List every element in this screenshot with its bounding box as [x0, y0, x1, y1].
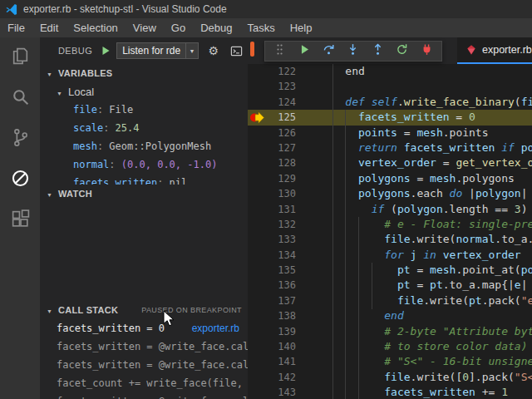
code-line[interactable]: 131 if (polygon.length == 3) [248, 202, 532, 217]
breakpoint-gutter[interactable] [248, 202, 266, 217]
variable-name: normal [73, 159, 109, 170]
code-line[interactable]: 132 # e - Float: single-precision, littl… [248, 217, 532, 232]
menu-item-debug[interactable]: Debug [193, 18, 239, 37]
watch-list [40, 203, 248, 301]
line-number: 142 [266, 370, 296, 385]
step-over-button[interactable] [318, 42, 340, 61]
frame-label: facets_written = @write_face.call(cur [57, 341, 248, 352]
activity-item-debug[interactable] [0, 160, 40, 200]
activity-item-extensions[interactable] [0, 200, 40, 241]
code-line[interactable]: 139 # 2-byte "Attribute byte count" fiel… [248, 324, 532, 339]
scope-local[interactable]: ▼ Local [40, 82, 248, 101]
breakpoint-gutter[interactable] [248, 140, 266, 155]
step-into-button[interactable] [342, 42, 364, 61]
variables-section-header[interactable]: ▼ VARIABLES [40, 64, 248, 82]
breakpoint-gutter[interactable] [248, 155, 266, 170]
code-line[interactable]: 123 [248, 79, 532, 94]
line-number: 137 [266, 293, 296, 308]
tab-exporter-rb[interactable]: exporter.rb [457, 37, 532, 64]
chevron-down-icon: ▼ [185, 43, 199, 58]
code-line[interactable]: 133 file.write(normal.to_a.pack("e3")) [248, 232, 532, 247]
breakpoint-gutter[interactable] [248, 324, 266, 339]
call-stack-frame[interactable]: facets_written = @write_face.call(cur [40, 337, 248, 356]
code-line[interactable]: 130 polygons.each do |polygon| [248, 186, 532, 201]
code-editor[interactable]: 122 end123124 def self.write_face_binary… [248, 64, 532, 399]
twisty-down-icon: ▼ [47, 305, 54, 315]
breakpoint-gutter[interactable] [248, 126, 266, 140]
breakpoint-gutter[interactable] [248, 308, 266, 323]
breakpoint-gutter[interactable] [248, 217, 266, 232]
menu-item-help[interactable]: Help [283, 18, 320, 37]
breakpoint-gutter[interactable] [248, 370, 266, 385]
continue-button[interactable] [293, 42, 315, 61]
workbench: DEBUG Listen for rde ▼ ⚙ ▼ VARIABLES ▼ L… [0, 37, 532, 399]
debug-config-dropdown[interactable]: Listen for rde ▼ [116, 42, 199, 59]
call-stack-frame[interactable]: facets_written = 0exporter.rb [40, 319, 248, 337]
breakpoint-gutter[interactable] [248, 186, 266, 201]
disconnect-button[interactable] [416, 42, 437, 61]
restart-button[interactable] [392, 42, 413, 61]
line-number: 132 [266, 217, 296, 232]
code-line[interactable]: 136 pt = pt.to_a.map{|e| e * scale} [248, 278, 532, 293]
menu-item-go[interactable]: Go [164, 18, 193, 37]
breakpoint-gutter[interactable] [248, 354, 266, 369]
code-line[interactable]: 140 # to store color data) [248, 339, 532, 354]
code-line[interactable]: 138 end [248, 308, 532, 323]
activity-item-search[interactable] [0, 78, 40, 119]
menu-item-edit[interactable]: Edit [32, 18, 66, 37]
drag-handle-button[interactable] [269, 42, 291, 61]
breakpoint-gutter[interactable] [248, 95, 266, 110]
breakpoint-gutter[interactable] [248, 385, 266, 399]
gear-icon[interactable]: ⚙ [208, 45, 219, 57]
variable-row[interactable]: mesh: Geom::PolygonMesh [40, 137, 248, 155]
breakpoint-gutter[interactable] [248, 64, 266, 79]
debug-console-icon[interactable] [230, 45, 243, 57]
menu-item-tasks[interactable]: Tasks [239, 18, 282, 37]
code-line[interactable]: 143 facets_written += 1 [248, 385, 532, 399]
breakpoint-gutter[interactable] [248, 232, 266, 247]
breakpoint-gutter[interactable] [248, 79, 266, 94]
start-debug-button[interactable] [100, 45, 111, 57]
line-number: 140 [266, 339, 296, 354]
breakpoint-gutter[interactable] [248, 263, 266, 278]
code-line[interactable]: 125 facets_written = 0 [248, 110, 532, 125]
code-line[interactable]: 127 return facets_written if points.leng… [248, 140, 532, 155]
code-line[interactable]: 137 file.write(pt.pack("e3")) [248, 293, 532, 308]
call-stack-frame[interactable]: facet_count += write_face(file, scale [40, 374, 248, 392]
menu-item-view[interactable]: View [126, 18, 164, 37]
variable-row[interactable]: file: File [40, 101, 248, 119]
activity-item-explorer[interactable] [0, 37, 40, 78]
breakpoint-gutter[interactable] [248, 293, 266, 308]
variable-row[interactable]: normal: (0.0, 0.0, -1.0) [40, 155, 248, 174]
code-line[interactable]: 134 for j in vertex_order [248, 248, 532, 263]
step-over-icon [323, 43, 335, 59]
breakpoint-gutter[interactable] [248, 278, 266, 293]
code-line[interactable]: 124 def self.write_face_binary(file, sca… [248, 95, 532, 110]
activity-item-source-control[interactable] [0, 119, 40, 160]
code-line[interactable]: 142 file.write([0].pack("S<")) [248, 370, 532, 385]
breakpoint-gutter[interactable] [248, 248, 266, 263]
code-line[interactable]: 126 points = mesh.points [248, 126, 532, 140]
code-line[interactable]: 135 pt = mesh.point_at(polygon[j].abs) [248, 263, 532, 278]
variable-value: nil [170, 177, 188, 185]
menu-item-file[interactable]: File [0, 18, 32, 37]
menu-item-selection[interactable]: Selection [66, 18, 125, 37]
variable-row[interactable]: facets_written: nil [40, 174, 248, 185]
step-out-button[interactable] [367, 42, 388, 61]
code-line[interactable]: 128 vertex_order = get_vertex_order(poin… [248, 155, 532, 170]
variable-row[interactable]: scale: 25.4 [40, 119, 248, 137]
breakpoint-gutter[interactable] [248, 339, 266, 354]
code-line[interactable]: 122 end [248, 64, 532, 79]
code-text: facets_written += 1 [296, 385, 508, 399]
watch-section-header[interactable]: ▼ WATCH [40, 185, 248, 203]
code-line[interactable]: 129 polygons = mesh.polygons [248, 171, 532, 186]
breakpoint-gutter[interactable] [248, 171, 266, 186]
code-text: # 2-byte "Attribute byte count" field (c… [296, 324, 532, 339]
code-text: def self.write_face_binary(file, scale, … [296, 95, 532, 110]
code-text: end [296, 64, 365, 79]
call-stack-section-header[interactable]: ▼ CALL STACK PAUSED ON BREAKPOINT [40, 301, 248, 319]
code-line[interactable]: 141 # "S<" - 16-bit unsigned, little-end… [248, 354, 532, 369]
call-stack-frame[interactable]: facets_written = @write_face.call(cur [40, 356, 248, 374]
breakpoint-gutter[interactable] [248, 110, 266, 125]
call-stack-frame[interactable]: facets_written = @write_face.call(cur [40, 392, 248, 399]
